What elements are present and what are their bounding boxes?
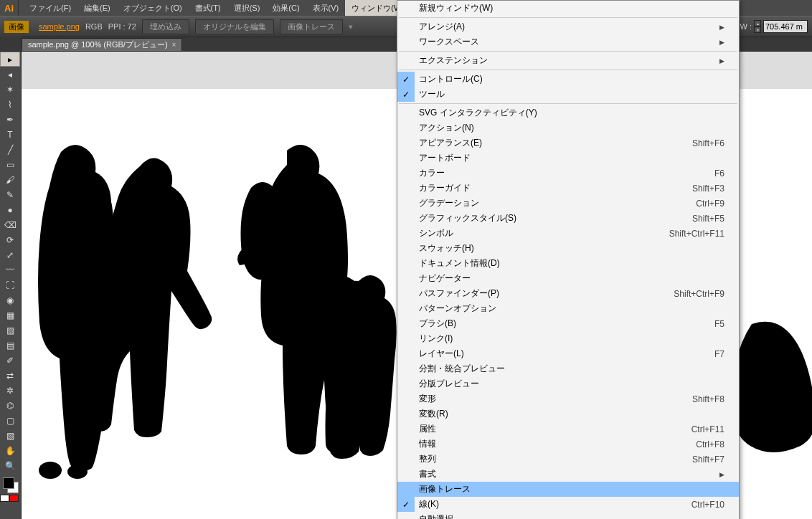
- edit-original-button[interactable]: オリジナルを編集: [195, 19, 274, 34]
- window-menu-item[interactable]: 変数(R): [397, 406, 739, 422]
- width-field[interactable]: [763, 20, 808, 33]
- window-menu-dropdown[interactable]: 新規ウィンドウ(W)アレンジ(A)▶ワークスペース▶エクステンション▶✓コントロ…: [397, 0, 740, 519]
- window-menu-item[interactable]: パスファインダー(P)Shift+Ctrl+F9: [397, 286, 739, 301]
- window-menu-item[interactable]: リンク(I): [397, 331, 739, 346]
- menu-file[interactable]: ファイル(F): [23, 0, 77, 16]
- close-icon[interactable]: ×: [172, 41, 176, 49]
- menu-view[interactable]: 表示(V): [306, 0, 346, 16]
- menu-item-label: 自動選択: [415, 513, 453, 519]
- blob-brush-tool[interactable]: ●: [0, 202, 20, 217]
- menu-item-label: 変形: [415, 393, 436, 405]
- line-tool[interactable]: ╱: [0, 142, 20, 157]
- linked-file-link[interactable]: sample.png: [39, 22, 80, 31]
- lasso-tool[interactable]: ⌇: [0, 97, 20, 112]
- menu-object[interactable]: オブジェクト(O): [117, 0, 189, 16]
- window-menu-item[interactable]: 属性Ctrl+F11: [397, 422, 739, 437]
- menu-item-shortcut: Ctrl+F8: [696, 439, 724, 449]
- window-menu-item[interactable]: シンボルShift+Ctrl+F11: [397, 226, 739, 241]
- menu-item-label: 分割・統合プレビュー: [415, 363, 505, 375]
- mesh-tool[interactable]: ▨: [0, 323, 20, 338]
- window-menu-item[interactable]: パターンオプション: [397, 301, 739, 316]
- window-menu-item[interactable]: ✓コントロール(C): [397, 72, 739, 87]
- window-menu-item[interactable]: ナビゲーター: [397, 271, 739, 286]
- menu-type[interactable]: 書式(T): [189, 0, 227, 16]
- blend-tool[interactable]: ⇄: [0, 368, 20, 383]
- window-menu-item[interactable]: アクション(N): [397, 120, 739, 135]
- width-tool[interactable]: 〰: [0, 262, 20, 277]
- window-menu-item[interactable]: スウォッチ(H): [397, 241, 739, 256]
- menu-item-label: 属性: [415, 423, 436, 435]
- chevron-right-icon: ▶: [719, 57, 724, 65]
- window-menu-item[interactable]: ワークスペース▶: [397, 34, 739, 49]
- window-menu-item[interactable]: アートボード: [397, 151, 739, 166]
- window-menu-item[interactable]: ドキュメント情報(D): [397, 256, 739, 271]
- menu-item-label: ドキュメント情報(D): [415, 257, 500, 270]
- perspective-tool[interactable]: ▦: [0, 308, 20, 323]
- free-transform-tool[interactable]: ⛶: [0, 277, 20, 292]
- menu-item-label: グラフィックスタイル(S): [415, 212, 516, 224]
- menu-item-shortcut: Shift+F8: [692, 394, 724, 404]
- menu-select[interactable]: 選択(S): [227, 0, 267, 16]
- window-menu-item[interactable]: ✓線(K)Ctrl+F10: [397, 497, 739, 512]
- rectangle-tool[interactable]: ▭: [0, 157, 20, 172]
- window-menu-item[interactable]: ✓ツール: [397, 87, 739, 102]
- window-menu-item[interactable]: 画像トレース: [397, 482, 739, 497]
- window-menu-item[interactable]: アピアランス(E)Shift+F6: [397, 135, 739, 151]
- placed-image-silhouette: [22, 145, 423, 482]
- window-menu-item[interactable]: 書式▶: [397, 467, 739, 482]
- menu-item-label: 整列: [415, 453, 436, 465]
- window-menu-item[interactable]: エクステンション▶: [397, 53, 739, 68]
- rotate-tool[interactable]: ⟳: [0, 232, 20, 247]
- gradient-tool[interactable]: ▤: [0, 338, 20, 353]
- window-menu-item[interactable]: ブラシ(B)F5: [397, 316, 739, 331]
- window-menu-item[interactable]: レイヤー(L)F7: [397, 346, 739, 361]
- embed-button[interactable]: 埋め込み: [142, 19, 189, 34]
- window-menu-item[interactable]: カラーF6: [397, 166, 739, 181]
- menu-edit[interactable]: 編集(E): [77, 0, 117, 16]
- slice-tool[interactable]: ▧: [0, 428, 20, 443]
- image-trace-button[interactable]: 画像トレース: [280, 19, 343, 34]
- document-tab[interactable]: sample.png @ 100% (RGB/プレビュー) ×: [22, 38, 182, 51]
- menu-item-label: SVG インタラクティビティ(Y): [415, 107, 537, 119]
- hand-tool[interactable]: ✋: [0, 443, 20, 458]
- pen-tool[interactable]: ✒: [0, 112, 20, 127]
- paintbrush-tool[interactable]: 🖌: [0, 172, 20, 187]
- magic-wand-tool[interactable]: ✶: [0, 82, 20, 97]
- check-icon: ✓: [402, 90, 410, 100]
- window-menu-item[interactable]: SVG インタラクティビティ(Y): [397, 105, 739, 120]
- eyedropper-tool[interactable]: ✐: [0, 353, 20, 368]
- menu-item-shortcut: F7: [714, 349, 724, 359]
- selection-tool[interactable]: ▸: [0, 52, 20, 67]
- color-mode-label: RGB: [85, 22, 103, 31]
- scale-tool[interactable]: ⤢: [0, 247, 20, 262]
- chevron-right-icon: ▶: [719, 39, 724, 46]
- artboard-tool[interactable]: ▢: [0, 413, 20, 428]
- window-menu-item[interactable]: 分版プレビュー: [397, 376, 739, 391]
- zoom-tool[interactable]: 🔍: [0, 458, 20, 473]
- symbol-sprayer-tool[interactable]: ✲: [0, 383, 20, 398]
- window-menu-item[interactable]: 情報Ctrl+F8: [397, 437, 739, 452]
- window-menu-item[interactable]: グラデーションCtrl+F9: [397, 196, 739, 211]
- window-menu-item[interactable]: 整列Shift+F7: [397, 452, 739, 467]
- window-menu-item[interactable]: アレンジ(A)▶: [397, 19, 739, 34]
- pencil-tool[interactable]: ✎: [0, 187, 20, 202]
- window-menu-item[interactable]: 変形Shift+F8: [397, 391, 739, 406]
- width-stepper[interactable]: ▴▾: [754, 20, 761, 33]
- shape-builder-tool[interactable]: ◉: [0, 292, 20, 308]
- eraser-tool[interactable]: ⌫: [0, 217, 20, 232]
- window-menu-item[interactable]: 自動選択: [397, 512, 739, 519]
- screen-mode-toggle[interactable]: [0, 495, 21, 502]
- menu-item-label: コントロール(C): [415, 73, 483, 85]
- menu-item-shortcut: Shift+F7: [692, 454, 724, 465]
- window-menu-item[interactable]: 分割・統合プレビュー: [397, 361, 739, 376]
- window-menu-item[interactable]: カラーガイドShift+F3: [397, 181, 739, 196]
- menu-item-label: パスファインダー(P): [415, 287, 499, 300]
- window-menu-item[interactable]: 新規ウィンドウ(W): [397, 1, 739, 16]
- direct-selection-tool[interactable]: ◂: [0, 67, 20, 82]
- graph-tool[interactable]: ⌬: [0, 398, 20, 413]
- fill-stroke-chip[interactable]: [3, 477, 19, 493]
- menu-effect[interactable]: 効果(C): [266, 0, 306, 16]
- window-menu-item[interactable]: グラフィックスタイル(S)Shift+F5: [397, 211, 739, 226]
- type-tool[interactable]: T: [0, 127, 20, 142]
- menu-item-shortcut: F5: [714, 319, 724, 329]
